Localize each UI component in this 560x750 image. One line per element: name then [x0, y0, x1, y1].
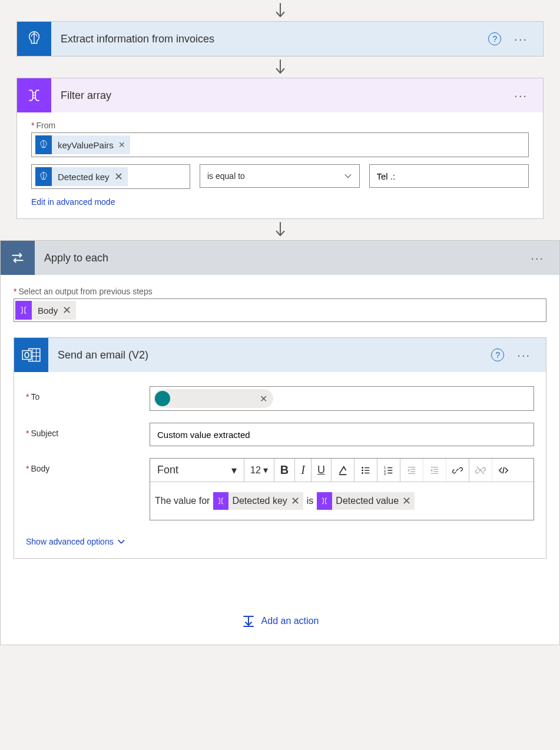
remove-recipient-icon[interactable]: ✕: [260, 393, 267, 404]
token-label: Detected value: [336, 496, 399, 506]
numbered-list-button[interactable]: 123: [377, 459, 400, 482]
from-label: From: [31, 121, 529, 130]
unlink-button[interactable]: [469, 459, 492, 482]
body-content[interactable]: The value for Detected key ✕ is: [150, 482, 534, 520]
token-label: Detected key: [232, 496, 287, 506]
remove-token-icon[interactable]: ✕: [114, 170, 123, 183]
token-body[interactable]: Body ✕: [15, 301, 76, 320]
step-title: Filter array: [51, 89, 509, 102]
dropdown-caret-icon: ▾: [263, 464, 268, 476]
data-operations-icon: [15, 301, 32, 320]
underline-button[interactable]: U: [312, 459, 332, 482]
recipient-pill[interactable]: ✕: [154, 389, 273, 408]
subject-label: Subject: [26, 423, 150, 438]
from-input[interactable]: keyValuePairs ✕: [31, 132, 529, 157]
operator-value: is equal to: [207, 171, 245, 181]
outdent-button[interactable]: [400, 459, 423, 482]
ai-builder-icon: [17, 22, 51, 56]
arrow-connector: [0, 0, 560, 21]
step-title: Apply to each: [35, 252, 526, 264]
avatar: [155, 391, 170, 406]
data-operations-icon: [17, 78, 51, 112]
data-operations-icon: [213, 492, 228, 510]
select-output-label: Select an output from previous steps: [14, 287, 546, 296]
svg-point-5: [362, 469, 363, 471]
arrow-connector: [0, 219, 560, 240]
ai-builder-icon: [35, 135, 52, 154]
code-view-button[interactable]: [492, 459, 515, 482]
step-apply-header[interactable]: Apply to each ···: [1, 241, 559, 275]
to-input[interactable]: ✕: [150, 386, 534, 411]
bold-button[interactable]: B: [274, 459, 295, 482]
ai-builder-icon: [35, 167, 52, 186]
more-menu-icon[interactable]: ···: [512, 345, 535, 366]
svg-point-4: [362, 467, 363, 469]
help-icon[interactable]: ?: [488, 32, 501, 45]
chevron-down-icon: [344, 172, 352, 180]
step-email-header[interactable]: Send an email (V2) ? ···: [14, 338, 546, 372]
filter-left-operand[interactable]: Detected key ✕: [31, 164, 190, 189]
svg-text:3: 3: [384, 472, 386, 476]
show-advanced-link[interactable]: Show advanced options: [26, 537, 125, 546]
token-label: keyValuePairs: [55, 140, 116, 150]
dropdown-caret-icon: ▾: [231, 464, 237, 477]
arrow-connector: [0, 57, 560, 78]
loop-icon: [1, 241, 35, 275]
token-detected-key[interactable]: Detected key ✕: [35, 167, 128, 186]
rte-toolbar: Font ▾ 12 ▾ B I U: [150, 459, 534, 482]
chevron-down-icon: [117, 537, 125, 546]
filter-right-value[interactable]: [369, 164, 529, 188]
indent-button[interactable]: [423, 459, 446, 482]
font-select[interactable]: Font ▾: [150, 459, 244, 482]
step-apply-card: Apply to each ··· Select an output from …: [0, 240, 560, 645]
remove-token-icon[interactable]: ✕: [62, 304, 71, 317]
data-operations-icon: [317, 492, 332, 510]
advanced-mode-link[interactable]: Edit in advanced mode: [31, 197, 115, 207]
link-button[interactable]: [446, 459, 469, 482]
body-editor: Font ▾ 12 ▾ B I U: [150, 458, 534, 520]
add-action-button[interactable]: Add an action: [14, 559, 546, 645]
outlook-icon: [14, 338, 48, 372]
bullet-list-button[interactable]: [354, 459, 377, 482]
step-filter-card: Filter array ··· From keyValuePairs ✕: [16, 78, 544, 219]
remove-token-icon[interactable]: ✕: [118, 140, 125, 150]
subject-input[interactable]: [150, 423, 534, 446]
add-action-icon: [241, 614, 256, 628]
body-label: Body: [26, 458, 150, 473]
more-menu-icon[interactable]: ···: [526, 248, 549, 268]
token-keyvaluepairs[interactable]: keyValuePairs ✕: [35, 135, 130, 154]
font-color-button[interactable]: [332, 459, 354, 482]
token-detected-key[interactable]: Detected key ✕: [213, 492, 303, 510]
select-output-input[interactable]: Body ✕: [14, 298, 546, 322]
token-label: Body: [35, 306, 60, 316]
svg-rect-3: [339, 474, 347, 475]
remove-token-icon[interactable]: ✕: [402, 495, 411, 507]
step-title: Extract information from invoices: [51, 33, 488, 45]
more-menu-icon[interactable]: ···: [509, 85, 532, 106]
step-email-card: Send an email (V2) ? ··· To ✕: [14, 337, 546, 559]
to-label: To: [26, 386, 150, 401]
italic-button[interactable]: I: [295, 459, 312, 482]
svg-point-6: [362, 472, 363, 474]
step-filter-header[interactable]: Filter array ···: [17, 78, 543, 112]
more-menu-icon[interactable]: ···: [509, 29, 532, 49]
help-icon[interactable]: ?: [491, 349, 504, 361]
step-extract-card[interactable]: Extract information from invoices ? ···: [16, 21, 544, 57]
token-detected-value[interactable]: Detected value ✕: [317, 492, 415, 510]
font-size-select[interactable]: 12 ▾: [244, 459, 274, 482]
step-title: Send an email (V2): [48, 349, 491, 361]
operator-select[interactable]: is equal to: [200, 164, 360, 188]
token-label: Detected key: [55, 172, 112, 182]
remove-token-icon[interactable]: ✕: [291, 495, 300, 507]
